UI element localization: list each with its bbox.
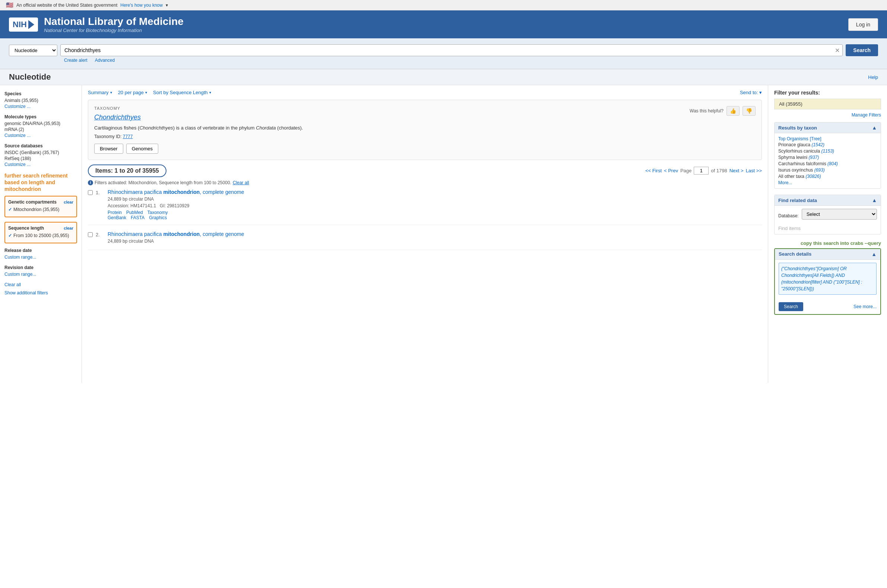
db-label: Database: — [778, 213, 799, 219]
items-count: Items: 1 to 20 of 35955 — [88, 165, 167, 177]
related-db-select[interactable]: Select PubMed Gene Protein — [802, 209, 877, 220]
taxonomy-link-1[interactable]: Taxonomy — [147, 210, 168, 215]
search-input[interactable] — [60, 44, 843, 56]
clear-genetic-link[interactable]: clear — [64, 200, 74, 204]
taxonomy-id: Taxonomy ID: 7777 — [94, 134, 303, 139]
per-page-button[interactable]: 20 per page — [118, 90, 147, 95]
last-page-link[interactable]: Last >> — [746, 168, 762, 173]
login-button[interactable]: Log in — [848, 18, 878, 31]
taxon-row-5: Isurus oxyrinchus (693) — [778, 168, 877, 172]
source-insdc: INSDC (GenBank) (35,767) — [5, 150, 77, 155]
dropdown-icon: ▾ — [166, 3, 168, 8]
send-to-button[interactable]: Send to: ▾ — [740, 90, 762, 95]
search-details-search-button[interactable]: Search — [779, 302, 803, 311]
left-sidebar: Species Animals (35,955) Customize ... M… — [0, 85, 82, 383]
genbank-link-1[interactable]: GenBank — [108, 215, 126, 220]
customize-source-link[interactable]: Customize ... — [5, 162, 30, 167]
length-check-icon: ✓ — [8, 233, 12, 238]
taxon-section-header: Results by taxon ▲ — [774, 123, 881, 133]
info-icon: i — [88, 180, 93, 185]
taxonomy-title[interactable]: Chondrichthyes — [94, 114, 303, 122]
result-item: 1. Rhinochimaera pacifica mitochondrion,… — [88, 189, 762, 225]
pubmed-link-1[interactable]: PubMed — [126, 210, 143, 215]
taxon-more-link[interactable]: More... — [778, 180, 792, 185]
advanced-link[interactable]: Advanced — [95, 58, 115, 63]
thumbs-down-button[interactable]: 👎 — [743, 106, 756, 116]
first-page-link[interactable]: << First — [645, 168, 662, 173]
customize-species-link[interactable]: Customize ... — [5, 104, 30, 109]
search-details-collapse-button[interactable]: ▲ — [871, 251, 876, 257]
clear-all-filters-link[interactable]: Clear all — [233, 180, 249, 185]
result-links-row-1a: Protein PubMed Taxonomy — [108, 210, 762, 215]
search-query-text: ("Chondrichthyes"[Organism] OR Chondrich… — [779, 263, 876, 295]
revision-date-section: Revision date Custom range... — [5, 265, 77, 277]
result-link-1[interactable]: Rhinochimaera pacifica mitochondrion, co… — [108, 189, 244, 195]
species-animals: Animals (35,955) — [5, 98, 77, 103]
revision-range-link[interactable]: Custom range... — [5, 272, 36, 277]
result-title-2: Rhinochimaera pacifica mitochondrion, co… — [108, 231, 762, 237]
summary-button[interactable]: Summary — [88, 90, 112, 95]
create-alert-link[interactable]: Create alert — [64, 58, 87, 63]
taxon-count-1: (1542) — [812, 142, 824, 147]
filters-activated: i Filters activated: Mitochondrion, Sequ… — [88, 180, 762, 185]
taxon-section-body: Top Organisms [Tree] Prionace glauca (15… — [774, 133, 881, 188]
db-row: Database: Select PubMed Gene Protein — [778, 209, 877, 222]
release-custom-range[interactable]: Custom range... — [5, 255, 77, 260]
search-details-footer: Search See more... — [775, 301, 880, 314]
related-section-body: Database: Select PubMed Gene Protein Fin… — [774, 206, 881, 234]
related-collapse-button[interactable]: ▲ — [872, 197, 877, 203]
species-customize[interactable]: Customize ... — [5, 104, 77, 109]
result-checkbox-2[interactable] — [88, 232, 93, 237]
result-item-2: 2. Rhinochimaera pacifica mitochondrion,… — [88, 231, 762, 250]
taxon-count-3: (937) — [809, 155, 819, 160]
protein-link-1[interactable]: Protein — [108, 210, 122, 215]
next-page-link[interactable]: Next > — [729, 168, 744, 173]
nih-logo: NIH — [9, 18, 38, 32]
taxon-collapse-button[interactable]: ▲ — [872, 124, 877, 130]
top-organisms-link[interactable]: Top Organisms — [778, 136, 809, 141]
result-checkbox-1[interactable] — [88, 190, 93, 195]
see-more-link[interactable]: See more... — [854, 304, 876, 309]
genetic-compartments-title: Genetic compartments clear — [8, 200, 74, 205]
genomes-button[interactable]: Genomes — [126, 144, 158, 154]
length-range-filter-item[interactable]: ✓ From 100 to 25000 (35,955) — [8, 233, 74, 238]
page-input[interactable] — [694, 167, 709, 174]
how-you-know-link[interactable]: Here's how you know — [120, 3, 163, 8]
taxonomy-id-link[interactable]: 7777 — [123, 134, 133, 139]
database-select[interactable]: Nucleotide PubMed Protein Gene — [9, 45, 57, 56]
mitochondrion-filter-item[interactable]: ✓ Mitochondrion (35,955) — [8, 207, 74, 212]
source-customize[interactable]: Customize ... — [5, 162, 77, 167]
taxon-row-6: All other taxa (30826) — [778, 174, 877, 179]
revision-custom-range[interactable]: Custom range... — [5, 272, 77, 277]
gov-text: An official website of the United States… — [17, 3, 117, 8]
result-body-2: Rhinochimaera pacifica mitochondrion, co… — [108, 231, 762, 245]
molecule-section: Molecule types genomic DNA/RNA (35,953) … — [5, 114, 77, 138]
result-link-2[interactable]: Rhinochimaera pacifica mitochondrion, co… — [108, 231, 244, 237]
sort-button[interactable]: Sort by Sequence Length — [153, 90, 211, 95]
molecule-customize[interactable]: Customize ... — [5, 133, 77, 138]
search-button[interactable]: Search — [846, 44, 878, 56]
taxon-section: Results by taxon ▲ Top Organisms [Tree] … — [774, 122, 881, 189]
browser-button[interactable]: Browser — [94, 144, 123, 154]
source-title: Source databases — [5, 143, 77, 148]
customize-molecule-link[interactable]: Customize ... — [5, 133, 30, 138]
result-title-1: Rhinochimaera pacifica mitochondrion, co… — [108, 189, 762, 195]
clear-sequence-link[interactable]: clear — [64, 226, 74, 230]
manage-filters-link[interactable]: Manage Filters — [774, 112, 881, 118]
taxonomy-description: Cartilaginous fishes (Chondrichthyes) is… — [94, 124, 303, 132]
tree-link[interactable]: [Tree] — [810, 136, 821, 141]
results-toolbar: Summary 20 per page Sort by Sequence Len… — [88, 90, 762, 95]
fasta-link-1[interactable]: FASTA — [131, 215, 144, 220]
thumbs-up-button[interactable]: 👍 — [726, 106, 740, 116]
graphics-link-1[interactable]: Graphics — [149, 215, 167, 220]
source-refseq: RefSeq (188) — [5, 156, 77, 161]
show-additional-filters-link[interactable]: Show additional filters — [5, 290, 48, 296]
prev-page-link[interactable]: < Prev — [664, 168, 678, 173]
help-link[interactable]: Help — [868, 74, 878, 80]
find-items-button[interactable]: Find items — [778, 225, 801, 231]
clear-search-button[interactable]: ✕ — [835, 47, 840, 54]
related-section-title: Find related data — [778, 198, 817, 203]
search-details-title: Search details — [779, 251, 812, 257]
release-range-link[interactable]: Custom range... — [5, 255, 36, 260]
clear-all-link[interactable]: Clear all — [5, 282, 77, 287]
